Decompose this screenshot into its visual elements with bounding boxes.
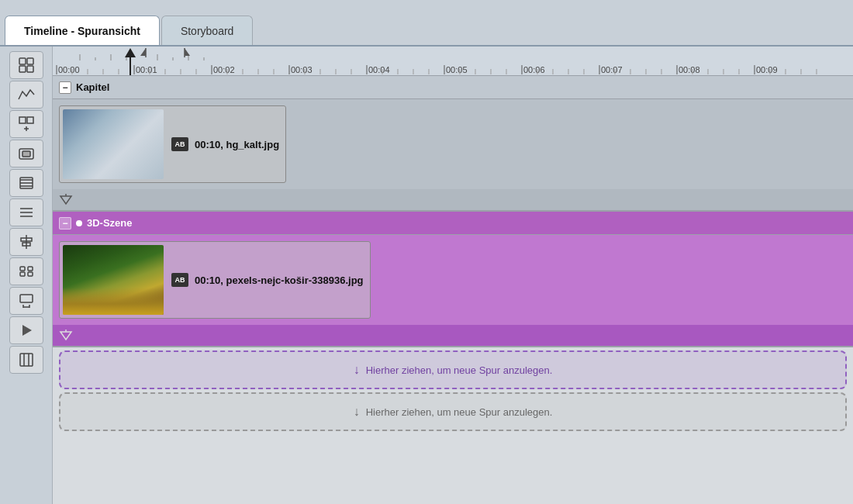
scene-clip-badge: AB [171, 273, 188, 287]
grid-btn[interactable] [9, 169, 43, 197]
scene-lane-icon [59, 329, 73, 343]
kapitel-lane-icon [59, 193, 73, 207]
app-container: Timeline - Spuransicht Storyboard [0, 0, 853, 504]
kapitel-clip-label: 00:10, hg_kalt.jpg [195, 139, 279, 150]
svg-text:00:04: 00:04 [368, 65, 390, 74]
scene-dot [76, 220, 82, 226]
drop-zone-gray[interactable]: ↓ Hierher ziehen, um neue Spur anzulegen… [59, 392, 847, 431]
align-btn[interactable] [9, 228, 43, 256]
main-content: 00:00 00:01 [0, 45, 853, 504]
ruler-svg: 00:00 00:01 [53, 47, 853, 76]
kapitel-header: − Kapitel [53, 76, 853, 99]
scene-clip-duration: 00:10 [195, 274, 220, 286]
svg-text:00:07: 00:07 [601, 65, 623, 74]
toolbar [0, 47, 53, 504]
svg-rect-22 [28, 267, 33, 271]
svg-rect-24 [20, 295, 33, 302]
insert-btn[interactable] [9, 110, 43, 138]
scene-content: AB 00:10, pexels-nejc-košir-338936.jpg [53, 235, 853, 325]
scene-clip-label: 00:10, pexels-nejc-košir-338936.jpg [195, 274, 364, 286]
svg-rect-29 [20, 354, 33, 366]
svg-rect-0 [19, 58, 26, 64]
kapitel-collapse-btn[interactable]: − [59, 81, 71, 94]
tab-timeline[interactable]: Timeline - Spuransicht [5, 16, 160, 45]
kapitel-label: Kapitel [76, 81, 109, 93]
svg-text:00:05: 00:05 [446, 65, 468, 74]
kapitel-clip-badge: AB [171, 137, 188, 151]
svg-text:00:02: 00:02 [213, 65, 235, 74]
scene-clip-info: AB 00:10, pexels-nejc-košir-338936.jpg [171, 273, 364, 287]
kapitel-clip[interactable]: AB 00:10, hg_kalt.jpg [59, 105, 286, 183]
svg-rect-9 [22, 151, 30, 157]
ruler: 00:00 00:01 [53, 47, 853, 76]
marker-btn[interactable] [9, 287, 43, 315]
svg-rect-3 [27, 66, 33, 72]
razorblade-btn[interactable] [9, 51, 43, 79]
drop-zone-purple-label: Hierher ziehen, um neue Spur anzulegen. [366, 364, 553, 376]
kapitel-clip-duration: 00:10 [195, 139, 220, 150]
tab-storyboard-label: Storyboard [181, 25, 233, 37]
scene-lane-row [53, 325, 853, 347]
tab-timeline-label: Timeline - Spuransicht [24, 25, 140, 37]
kapitel-clip-info: AB 00:10, hg_kalt.jpg [171, 137, 279, 151]
track-group-kapitel: − Kapitel AB 00:10, hg_kalt.jpg [53, 76, 853, 212]
scene-clip-filename: pexels-nejc-košir-338936.jpg [226, 274, 363, 286]
drop-zone-gray-label: Hierher ziehen, um neue Spur anzulegen. [366, 406, 553, 418]
frame-btn[interactable] [9, 346, 43, 374]
drop-zone-purple[interactable]: ↓ Hierher ziehen, um neue Spur anzulegen… [59, 350, 847, 389]
svg-rect-20 [20, 267, 25, 271]
track-group-scene: − 3D-Szene AB 00:10, pexels-nejc-koš [53, 212, 853, 347]
scene-clip[interactable]: AB 00:10, pexels-nejc-košir-338936.jpg [59, 241, 371, 319]
svg-rect-23 [28, 272, 33, 276]
svg-text:00:09: 00:09 [756, 65, 778, 74]
svg-text:00:08: 00:08 [679, 65, 700, 74]
align2-btn[interactable] [9, 257, 43, 285]
kapitel-lane-row [53, 189, 853, 211]
svg-rect-4 [19, 117, 26, 123]
svg-text:00:03: 00:03 [291, 65, 313, 74]
kapitel-clip-filename: hg_kalt.jpg [226, 139, 279, 150]
scene-label: 3D-Szene [87, 217, 133, 229]
scene-collapse-btn[interactable]: − [59, 217, 71, 230]
svg-text:00:01: 00:01 [136, 65, 157, 74]
svg-marker-107 [60, 196, 71, 204]
scene-header: − 3D-Szene [53, 212, 853, 235]
group-btn[interactable] [9, 140, 43, 167]
kapitel-thumbnail [63, 109, 164, 179]
drop-arrow-gray: ↓ [354, 405, 360, 419]
tab-bar: Timeline - Spuransicht Storyboard [0, 0, 853, 45]
svg-rect-5 [27, 117, 33, 123]
tracks-container: − Kapitel AB 00:10, hg_kalt.jpg [53, 76, 853, 504]
svg-rect-1 [27, 58, 33, 64]
lines-btn[interactable] [9, 198, 43, 226]
scene-thumbnail [63, 245, 164, 315]
svg-marker-28 [22, 325, 32, 336]
kapitel-content: AB 00:10, hg_kalt.jpg [53, 99, 853, 189]
svg-rect-21 [20, 272, 25, 276]
envelope-btn[interactable] [9, 81, 43, 109]
svg-marker-109 [60, 332, 71, 340]
play-btn[interactable] [9, 316, 43, 344]
svg-text:00:06: 00:06 [523, 65, 545, 74]
svg-rect-2 [19, 66, 26, 72]
tab-storyboard[interactable]: Storyboard [161, 16, 253, 45]
timeline-area: 00:00 00:01 [53, 47, 853, 504]
drop-arrow-purple: ↓ [354, 363, 360, 377]
svg-text:00:00: 00:00 [58, 65, 80, 74]
